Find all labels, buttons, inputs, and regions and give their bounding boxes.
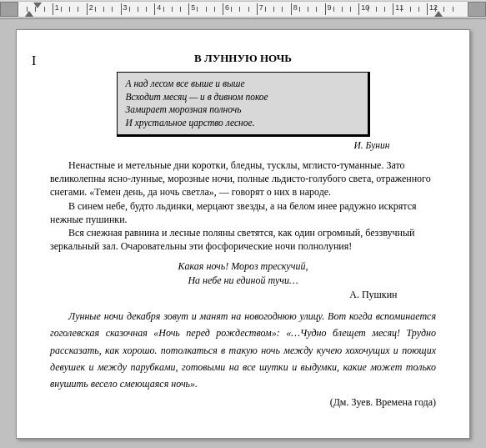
right-indent-marker[interactable] — [434, 11, 443, 17]
ruler-label: 5 — [191, 3, 195, 12]
ruler-tick-minor — [95, 7, 96, 12]
ruler-scale[interactable]: 123456789101112 — [18, 1, 468, 18]
ruler-tick-minor — [316, 7, 317, 12]
ruler-label: 6 — [225, 3, 229, 12]
ruler-tick-minor — [342, 7, 343, 12]
document-title: В ЛУННУЮ НОЧЬ — [50, 52, 436, 65]
ruler-tick-minor — [214, 7, 215, 12]
ruler-label: 12 — [429, 3, 438, 12]
paragraph: Лунные ночи декабря зовут и манят на нов… — [50, 308, 436, 393]
ruler-tick-minor — [231, 7, 232, 12]
ruler-tick-minor — [206, 7, 207, 12]
workspace: I В ЛУННУЮ НОЧЬ А над лесом все выше и в… — [0, 19, 486, 448]
ruler-tick-major — [121, 3, 122, 15]
ruler-label: 2 — [89, 3, 93, 12]
document-page[interactable]: I В ЛУННУЮ НОЧЬ А над лесом все выше и в… — [16, 29, 470, 439]
ruler-tick-major — [291, 3, 292, 15]
ruler-tick-minor — [61, 7, 62, 12]
ruler-tick-major — [427, 3, 428, 15]
epigraph-line: А над лесом все выше и выше — [126, 78, 359, 91]
ruler-tick-minor — [103, 7, 104, 12]
ruler-tick-major — [53, 3, 53, 15]
ruler-tick-minor — [376, 7, 377, 12]
ruler-tick-major — [87, 3, 88, 15]
ruler-tick-minor — [248, 7, 249, 12]
paragraph: В синем небе, будто льдинки, мерцают зве… — [50, 199, 436, 226]
ruler-tick-minor — [69, 7, 70, 12]
ruler-right-cap — [468, 2, 486, 17]
ruler-tick-major — [154, 3, 155, 15]
ruler-tick-minor — [112, 7, 113, 12]
ruler-label: 1 — [55, 3, 59, 12]
ruler-tick-minor — [239, 7, 240, 12]
ruler-tick-minor — [172, 7, 173, 12]
ruler-tick-minor — [453, 7, 453, 12]
left-indent-marker[interactable] — [25, 11, 33, 17]
ruler-tick-minor — [138, 7, 138, 12]
ruler-tick-minor — [273, 7, 274, 12]
verse-block: Какая ночь! Мороз трескучий, На небе ни … — [50, 259, 436, 286]
ruler-tick-minor — [78, 7, 78, 12]
ruler-label: 8 — [293, 3, 298, 12]
ruler-tick-minor — [146, 7, 147, 12]
source-citation: (Дм. Зуев. Времена года) — [50, 396, 436, 409]
ruler-tick-major — [358, 3, 359, 15]
ruler-left-cap — [0, 2, 18, 17]
ruler-tick-minor — [435, 7, 436, 12]
ruler-tick-minor — [410, 7, 411, 12]
epigraph-box: А над лесом все выше и выше Всходит меся… — [117, 72, 370, 137]
ruler-tick-minor — [384, 7, 385, 12]
body-section-1: Ненастные и метельные дни коротки, бледн… — [50, 159, 436, 253]
verse-line: На небе ни единой тучи… — [50, 274, 436, 287]
ruler-tick-major — [257, 3, 258, 15]
ruler-tick-minor — [35, 7, 36, 12]
ruler-tick-minor — [27, 7, 28, 12]
verse-author: А. Пушкин — [89, 289, 398, 301]
ruler-tick-minor — [308, 7, 308, 12]
ruler-tick-minor — [197, 7, 198, 12]
ruler-label: 4 — [157, 3, 161, 12]
epigraph-line: Всходит месяц — и в дивном покое — [126, 91, 359, 104]
ruler-tick-minor — [418, 7, 419, 12]
ruler-tick-minor — [265, 7, 266, 12]
epigraph-line: И хрустальное царство лесное. — [126, 117, 359, 130]
ruler-tick-minor — [350, 7, 351, 12]
ruler-tick-minor — [129, 7, 130, 12]
horizontal-ruler[interactable]: 123456789101112 — [0, 0, 486, 19]
paragraph: Ненастные и метельные дни коротки, бледн… — [50, 159, 436, 199]
text-cursor-icon: I — [32, 53, 36, 68]
ruler-tick-major — [325, 3, 326, 15]
paragraph: Вся снежная равнина и лесные поляны свет… — [50, 226, 436, 253]
ruler-label: 10 — [361, 3, 369, 12]
ruler-tick-minor — [368, 7, 368, 12]
ruler-tick-minor — [282, 7, 283, 12]
ruler-tick-major — [188, 3, 189, 15]
verse-line: Какая ночь! Мороз трескучий, — [50, 259, 436, 273]
body-section-2: Лунные ночи декабря зовут и манят на нов… — [50, 308, 436, 393]
ruler-label: 3 — [123, 3, 128, 12]
epigraph-author: И. Бунин — [97, 140, 390, 150]
ruler-tick-minor — [163, 7, 164, 12]
epigraph-line: Замирает морозная полночь — [126, 103, 359, 117]
ruler-label: 11 — [395, 3, 403, 12]
ruler-tick-minor — [299, 7, 300, 12]
ruler-tick-major — [223, 3, 223, 15]
ruler-label: 9 — [328, 3, 332, 12]
ruler-tick-minor — [180, 7, 181, 12]
ruler-label: 7 — [259, 3, 263, 12]
ruler-tick-minor — [333, 7, 334, 12]
ruler-tick-minor — [401, 7, 402, 12]
ruler-tick-minor — [443, 7, 444, 12]
ruler-tick-minor — [44, 7, 45, 12]
ruler-tick-major — [393, 3, 393, 15]
